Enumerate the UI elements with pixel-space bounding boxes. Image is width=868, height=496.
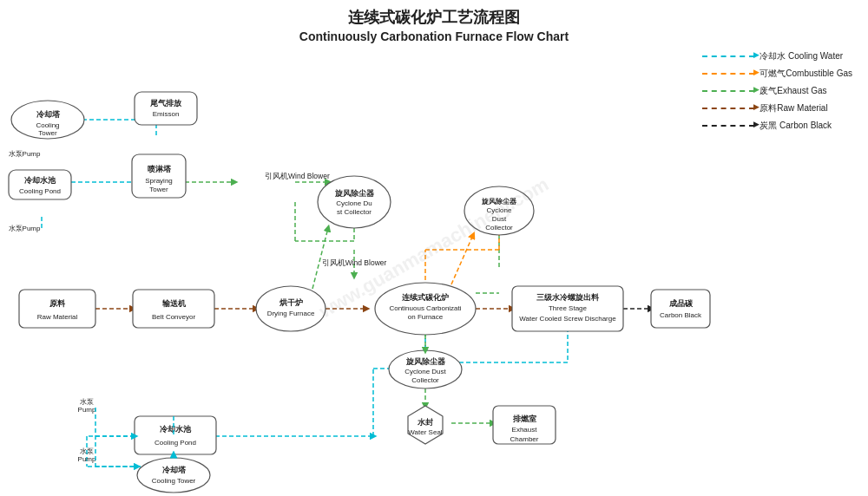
svg-rect-69 [133,290,214,328]
svg-rect-83 [651,290,710,328]
legend-label-cooling-water: 冷却水 Cooling Water [760,50,843,62]
svg-text:Continuous Carbonizati: Continuous Carbonizati [389,304,461,312]
legend-label-combustible-gas: 可燃气Combustible Gas [760,68,852,80]
svg-text:冷却水池: 冷却水池 [24,176,56,185]
svg-text:Pump: Pump [78,406,96,414]
svg-text:输送机: 输送机 [161,299,187,308]
svg-text:Water Cooled Screw Discharge: Water Cooled Screw Discharge [519,315,616,323]
svg-text:水泵Pump: 水泵Pump [9,150,41,158]
svg-text:Belt Conveyor: Belt Conveyor [152,313,196,321]
svg-text:Tower: Tower [149,186,168,193]
svg-text:Cooling Pond: Cooling Pond [155,439,196,447]
svg-rect-45 [135,92,197,125]
svg-text:烘干炉: 烘干炉 [279,297,303,307]
svg-text:水封: 水封 [417,418,433,427]
svg-text:冷却塔: 冷却塔 [36,110,61,119]
svg-text:尾气排放: 尾气排放 [149,99,182,108]
svg-text:Collector: Collector [411,376,439,384]
svg-rect-97 [135,416,216,454]
svg-text:Raw Material: Raw Material [37,313,78,321]
svg-text:旋风除尘器: 旋风除尘器 [405,357,446,366]
svg-line-109 [451,235,473,284]
svg-point-100 [137,458,210,493]
svg-text:Carbon Black: Carbon Black [660,311,702,319]
svg-text:连续式碳化炉: 连续式碳化炉 [402,293,449,302]
svg-text:水泵: 水泵 [80,398,94,406]
svg-text:冷却塔: 冷却塔 [162,466,187,474]
svg-text:Chamber: Chamber [510,435,539,443]
svg-text:Emisson: Emisson [153,110,180,118]
svg-text:引风机Wind Blower: 引风机Wind Blower [322,258,387,267]
legend-label-raw-material: 原料Raw Material [760,102,827,114]
svg-text:Three Stage: Three Stage [549,304,588,312]
svg-text:Spraying: Spraying [145,177,173,185]
svg-text:成品碳: 成品碳 [668,299,694,308]
legend-label-exhaust-gas: 废气Exhaust Gas [760,85,826,97]
svg-text:Cyclone Dust: Cyclone Dust [404,368,446,375]
svg-text:旋风除尘器: 旋风除尘器 [334,189,375,198]
svg-text:Water Seal: Water Seal [408,428,442,436]
svg-text:Tower: Tower [38,129,57,137]
svg-text:喷淋塔: 喷淋塔 [148,165,172,173]
svg-text:原料: 原料 [49,299,66,308]
svg-text:引风机Wind Blower: 引风机Wind Blower [265,172,330,180]
svg-rect-66 [19,290,95,328]
page: www.guanmamachinery.com 连续式碳化炉工艺流程图 Cont… [0,0,868,496]
svg-text:旋风除尘器: 旋风除尘器 [481,198,517,206]
svg-text:水泵: 水泵 [80,447,94,455]
svg-text:Cyclone: Cyclone [487,206,512,214]
svg-text:Dust: Dust [492,215,507,223]
svg-text:on Furnace: on Furnace [408,313,444,321]
title-area: 连续式碳化炉工艺流程图 Continuously Carbonation Fur… [0,0,868,43]
svg-text:Cyclone Du: Cyclone Du [336,199,372,207]
title-cn: 连续式碳化炉工艺流程图 [0,7,868,28]
svg-text:Pump: Pump [78,455,96,463]
svg-text:Collector: Collector [485,224,513,232]
svg-text:冷却水池: 冷却水池 [160,425,192,434]
svg-text:Cooling Pond: Cooling Pond [19,187,61,195]
svg-text:Exhaust: Exhaust [512,426,538,434]
svg-text:Cooling Tower: Cooling Tower [152,477,196,485]
legend-label-carbon-black: 炭黑 Carbon Black [760,120,832,132]
svg-text:三级水冷螺旋出料: 三级水冷螺旋出料 [536,293,600,302]
svg-text:排燃室: 排燃室 [512,414,536,423]
flowchart-svg: 水泵 Pump 水泵 Pump 水泵Pump 水泵Pump [0,42,729,496]
svg-text:st Collector: st Collector [337,208,372,216]
svg-text:水泵Pump: 水泵Pump [9,225,41,232]
svg-text:Cooling: Cooling [36,121,59,129]
svg-text:Drying Furnace: Drying Furnace [267,310,315,317]
svg-point-72 [256,286,326,331]
